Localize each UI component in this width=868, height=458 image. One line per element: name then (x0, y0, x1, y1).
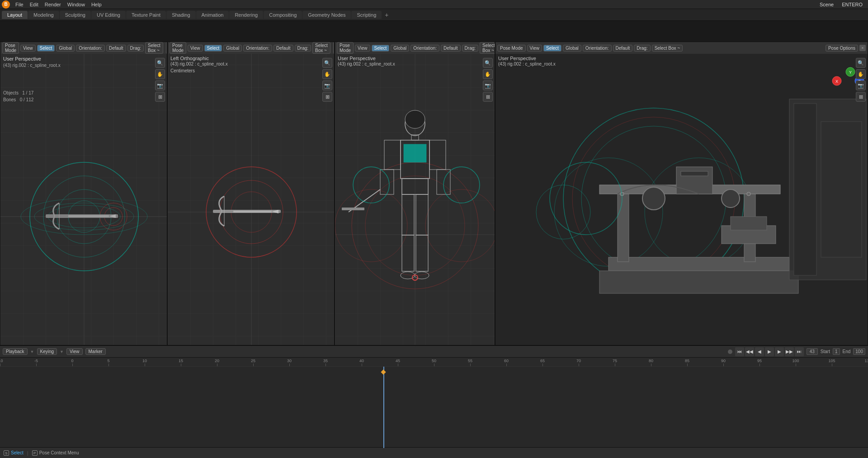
menu-help[interactable]: Help (89, 1, 104, 8)
vp4-magnify-tool[interactable]: 🔍 (856, 58, 866, 68)
tab-animation[interactable]: Animation (196, 11, 229, 19)
tab-layout[interactable]: Layout (2, 11, 28, 19)
svg-point-72 (722, 189, 740, 208)
vp2-select-btn[interactable]: Select (204, 45, 222, 52)
timeline-playhead[interactable] (383, 367, 384, 448)
vp4-mode-btn[interactable]: Pose Mode (497, 45, 526, 52)
vp2-hand-tool[interactable]: ✋ (322, 69, 332, 79)
vp4-orientation-val[interactable]: Default (613, 45, 633, 52)
tab-sculpting[interactable]: Sculpting (60, 11, 91, 19)
vp1-select-btn[interactable]: Select (37, 45, 55, 52)
play-btn[interactable]: ▶ (765, 347, 774, 356)
vp1-view-btn[interactable]: View (20, 45, 36, 52)
vp1-mode-btn[interactable]: Pose Mode (2, 42, 19, 54)
timeline: Playback ▼ Keying ▼ View Marker ⏮ ◀◀ ◀ ▶… (0, 345, 868, 458)
vp2-camera-tool[interactable]: 📷 (322, 80, 332, 90)
vp1-magnify-tool[interactable]: 🔍 (155, 58, 165, 68)
vp2-select-box[interactable]: Select Box ~ (312, 42, 330, 54)
viewport-1[interactable]: Pose Mode View Select Global Orientation… (0, 42, 167, 352)
status-pose-context[interactable]: Pose Context Menu (39, 450, 79, 455)
viewport-3[interactable]: Pose Mode View Select Global Orientation… (335, 42, 495, 352)
menu-file[interactable]: File (13, 1, 26, 8)
prev-frame-btn[interactable]: ◀ (755, 347, 764, 356)
next-key-btn[interactable]: ▶▶ (785, 347, 794, 356)
vp4-hand-tool[interactable]: ✋ (856, 69, 866, 79)
vp2-global-btn[interactable]: Global (223, 45, 242, 52)
vp3-view-btn[interactable]: View (355, 45, 370, 52)
svg-rect-47 (402, 235, 414, 271)
blender-logo[interactable]: B (2, 0, 10, 9)
vp2-canvas[interactable] (168, 54, 334, 352)
vp4-grid-tool[interactable]: ⊞ (856, 92, 866, 102)
select-icon: S (4, 450, 9, 456)
vp1-grid-tool[interactable]: ⊞ (155, 92, 165, 102)
vp2-mode-btn[interactable]: Pose Mode (170, 42, 186, 54)
tab-texture-paint[interactable]: Texture Paint (126, 11, 166, 19)
timeline-track-area[interactable]: -10-505101520253035404550556065707580859… (0, 358, 868, 448)
vp2-orientation-val[interactable]: Default (274, 45, 293, 52)
tab-compositing[interactable]: Compositing (264, 11, 302, 19)
vp4-pose-options[interactable]: Pose Options (826, 45, 858, 52)
vp2-magnify-tool[interactable]: 🔍 (322, 58, 332, 68)
vp2-orientation-label: Orientation: (243, 45, 272, 52)
vp3-camera-tool[interactable]: 📷 (483, 80, 493, 90)
vp1-hand-tool[interactable]: ✋ (155, 69, 165, 79)
viewport-4[interactable]: Pose Mode View Select Global Orientation… (495, 42, 868, 352)
vp4-close-btn[interactable]: × (859, 45, 866, 51)
vp4-tools: 🔍 ✋ 📷 ⊞ (856, 58, 866, 102)
svg-rect-53 (342, 208, 364, 210)
vp3-select-box[interactable]: Select Box ~ (480, 42, 495, 54)
status-select-label[interactable]: Select (11, 450, 24, 455)
tab-scripting[interactable]: Scripting (351, 11, 382, 19)
keyframe-marker[interactable] (381, 369, 386, 374)
vp1-orientation-val[interactable]: Default (106, 45, 126, 52)
viewport-2[interactable]: Pose Mode View Select Global Orientation… (167, 42, 335, 352)
svg-text:X: X (835, 79, 838, 84)
vp4-view-btn[interactable]: View (527, 45, 542, 52)
current-frame-display[interactable]: 43 (807, 348, 818, 355)
svg-point-35 (425, 189, 495, 262)
start-val[interactable]: 1 (833, 348, 840, 355)
vp3-mode-btn[interactable]: Pose Mode (337, 42, 354, 54)
tl-marker-btn[interactable]: Marker (85, 348, 106, 355)
tl-playback-btn[interactable]: Playback (3, 348, 28, 355)
vp3-select-btn[interactable]: Select (372, 45, 390, 52)
next-frame-btn[interactable]: ▶ (775, 347, 784, 356)
vp4-global-btn[interactable]: Global (563, 45, 581, 52)
vp3-grid-tool[interactable]: ⊞ (483, 92, 493, 102)
end-val[interactable]: 100 (853, 348, 865, 355)
svg-rect-49 (416, 235, 428, 271)
tab-uv-editing[interactable]: UV Editing (91, 11, 126, 19)
vp1-global-btn[interactable]: Global (56, 45, 75, 52)
tab-geometry-nodes[interactable]: Geometry Nodes (302, 11, 351, 19)
vp4-select-box[interactable]: Select Box ~ (652, 45, 683, 52)
vp3-canvas[interactable] (335, 54, 495, 352)
skip-start-btn[interactable]: ⏮ (735, 347, 744, 356)
svg-rect-75 (821, 122, 862, 257)
svg-rect-48 (416, 194, 428, 235)
add-workspace-button[interactable]: + (382, 10, 391, 19)
vp4-select-btn[interactable]: Select (543, 45, 561, 52)
menu-render[interactable]: Render (42, 1, 64, 8)
vp3-orientation-val[interactable]: Default (441, 45, 461, 52)
tab-rendering[interactable]: Rendering (229, 11, 263, 19)
tl-keying-btn[interactable]: Keying (37, 348, 57, 355)
vp2-drag-label: Drag: (295, 45, 311, 52)
vp3-hand-tool[interactable]: ✋ (483, 69, 493, 79)
vp2-grid-tool[interactable]: ⊞ (322, 92, 332, 102)
prev-key-btn[interactable]: ◀◀ (745, 347, 754, 356)
vp3-magnify-tool[interactable]: 🔍 (483, 58, 493, 68)
vp1-select-box[interactable]: Select Box ~ (145, 42, 163, 54)
svg-rect-46 (402, 194, 414, 235)
vp2-view-btn[interactable]: View (188, 45, 203, 52)
menu-window[interactable]: Window (65, 1, 88, 8)
tl-view-btn[interactable]: View (66, 348, 83, 355)
vp3-global-btn[interactable]: Global (391, 45, 409, 52)
skip-end-btn[interactable]: ⏭ (795, 347, 804, 356)
vp4-canvas[interactable]: X Y Z (495, 54, 868, 352)
tab-shading[interactable]: Shading (166, 11, 195, 19)
vp1-camera-tool[interactable]: 📷 (155, 80, 165, 90)
menu-edit[interactable]: Edit (27, 1, 41, 8)
tab-modeling[interactable]: Modeling (28, 11, 59, 19)
vp4-camera-tool[interactable]: 📷 (856, 80, 866, 90)
